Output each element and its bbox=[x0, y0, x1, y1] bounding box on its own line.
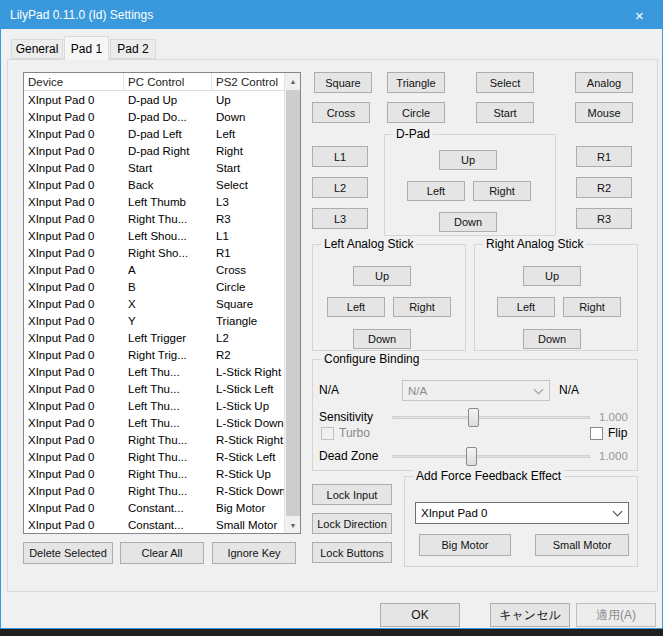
binding-cell: L3 bbox=[212, 196, 284, 208]
right-stick-left-button[interactable]: Left bbox=[497, 297, 555, 317]
binding-row[interactable]: XInput Pad 0D-pad UpUp bbox=[24, 91, 284, 108]
square-button[interactable]: Square bbox=[314, 72, 372, 93]
left-stick-right-button[interactable]: Right bbox=[393, 297, 451, 317]
circle-button[interactable]: Circle bbox=[387, 102, 445, 123]
analog-button[interactable]: Analog bbox=[575, 72, 633, 93]
binding-cell: R-Stick Left bbox=[212, 451, 284, 463]
binding-row[interactable]: XInput Pad 0Constant...Big Motor bbox=[24, 499, 284, 516]
lock-buttons-button[interactable]: Lock Buttons bbox=[312, 542, 392, 563]
left-analog-stick-title: Left Analog Stick bbox=[321, 237, 416, 251]
column-header-ps2-control[interactable]: PS2 Control bbox=[212, 73, 284, 91]
mouse-button[interactable]: Mouse bbox=[575, 102, 633, 123]
scroll-down-icon[interactable]: ▼ bbox=[285, 517, 301, 533]
cross-button[interactable]: Cross bbox=[312, 102, 370, 123]
binding-cell: Right Thu... bbox=[124, 451, 212, 463]
binding-row[interactable]: XInput Pad 0Right Thu...R-Stick Right bbox=[24, 431, 284, 448]
cancel-button[interactable]: キャンセル bbox=[490, 603, 570, 627]
close-button[interactable]: × bbox=[617, 1, 662, 29]
sensitivity-slider-thumb[interactable] bbox=[468, 408, 479, 427]
start-button[interactable]: Start bbox=[476, 102, 534, 123]
binding-row[interactable]: XInput Pad 0Left TriggerL2 bbox=[24, 329, 284, 346]
dead-zone-slider-thumb[interactable] bbox=[466, 447, 477, 466]
scrollbar-thumb[interactable] bbox=[286, 90, 300, 516]
delete-selected-button[interactable]: Delete Selected bbox=[23, 542, 113, 564]
flip-checkbox-box[interactable] bbox=[590, 427, 603, 440]
sensitivity-slider-track bbox=[392, 416, 590, 419]
binding-row[interactable]: XInput Pad 0Right Thu...R-Stick Left bbox=[24, 448, 284, 465]
lock-input-button[interactable]: Lock Input bbox=[312, 484, 392, 505]
binding-row[interactable]: XInput Pad 0Right Trig...R2 bbox=[24, 346, 284, 363]
tab-general-label: General bbox=[16, 42, 59, 56]
binding-row[interactable]: XInput Pad 0XSquare bbox=[24, 295, 284, 312]
binding-row[interactable]: XInput Pad 0Right Thu...R-Stick Up bbox=[24, 465, 284, 482]
left-stick-down-button[interactable]: Down bbox=[353, 329, 411, 349]
right-stick-down-button[interactable]: Down bbox=[523, 329, 581, 349]
binding-row[interactable]: XInput Pad 0ACross bbox=[24, 261, 284, 278]
dead-zone-slider[interactable] bbox=[392, 447, 590, 467]
binding-row[interactable]: XInput Pad 0BCircle bbox=[24, 278, 284, 295]
binding-row[interactable]: XInput Pad 0D-pad RightRight bbox=[24, 142, 284, 159]
r3-button[interactable]: R3 bbox=[576, 208, 632, 229]
dpad-down-button[interactable]: Down bbox=[439, 212, 497, 232]
flip-checkbox[interactable]: Flip bbox=[590, 426, 627, 440]
lock-direction-button[interactable]: Lock Direction bbox=[312, 513, 392, 534]
binding-cell: Right Sho... bbox=[124, 247, 212, 259]
r2-button[interactable]: R2 bbox=[576, 177, 632, 198]
binding-row[interactable]: XInput Pad 0BackSelect bbox=[24, 176, 284, 193]
binding-cell: L2 bbox=[212, 332, 284, 344]
left-stick-up-button[interactable]: Up bbox=[353, 266, 411, 286]
binding-row[interactable]: XInput Pad 0Left Shou...L1 bbox=[24, 227, 284, 244]
binding-cell: XInput Pad 0 bbox=[24, 298, 124, 310]
binding-row[interactable]: XInput Pad 0StartStart bbox=[24, 159, 284, 176]
binding-cell: Right Thu... bbox=[124, 468, 212, 480]
small-motor-button[interactable]: Small Motor bbox=[535, 534, 629, 556]
binding-row[interactable]: XInput Pad 0Left Thu...L-Stick Right bbox=[24, 363, 284, 380]
binding-row[interactable]: XInput Pad 0Right Thu...R3 bbox=[24, 210, 284, 227]
ok-button[interactable]: OK bbox=[380, 603, 460, 627]
binding-cell: Constant... bbox=[124, 502, 212, 514]
scroll-up-icon[interactable]: ▲ bbox=[285, 73, 301, 89]
l1-button[interactable]: L1 bbox=[312, 146, 368, 167]
list-scrollbar[interactable]: ▲ ▼ bbox=[284, 73, 300, 533]
ignore-key-button[interactable]: Ignore Key bbox=[212, 542, 296, 564]
right-stick-up-button[interactable]: Up bbox=[523, 266, 581, 286]
tab-pad2[interactable]: Pad 2 bbox=[110, 39, 156, 59]
sensitivity-slider[interactable] bbox=[392, 408, 590, 428]
l2-button[interactable]: L2 bbox=[312, 177, 368, 198]
binding-row[interactable]: XInput Pad 0D-pad Do...Down bbox=[24, 108, 284, 125]
binding-row[interactable]: XInput Pad 0Right Thu...R-Stick Down bbox=[24, 482, 284, 499]
titlebar[interactable]: LilyPad 0.11.0 (Id) Settings × bbox=[1, 1, 662, 29]
binding-cell: XInput Pad 0 bbox=[24, 247, 124, 259]
binding-row[interactable]: XInput Pad 0YTriangle bbox=[24, 312, 284, 329]
tab-pad1[interactable]: Pad 1 bbox=[64, 36, 109, 60]
binding-row[interactable]: XInput Pad 0Constant...Small Motor bbox=[24, 516, 284, 533]
r1-button[interactable]: R1 bbox=[576, 146, 632, 167]
apply-button: 適用(A) bbox=[576, 603, 656, 627]
big-motor-button[interactable]: Big Motor bbox=[419, 534, 511, 556]
binding-row[interactable]: XInput Pad 0Left Thu...L-Stick Down bbox=[24, 414, 284, 431]
triangle-button[interactable]: Triangle bbox=[387, 72, 445, 93]
binding-row[interactable]: XInput Pad 0D-pad LeftLeft bbox=[24, 125, 284, 142]
dpad-right-button[interactable]: Right bbox=[473, 181, 531, 201]
dpad-group: D-Pad Up Left Right Down bbox=[384, 134, 556, 236]
select-button[interactable]: Select bbox=[476, 72, 534, 93]
binding-row[interactable]: XInput Pad 0Right Sho...R1 bbox=[24, 244, 284, 261]
clear-all-button[interactable]: Clear All bbox=[120, 542, 204, 564]
binding-cell: Constant... bbox=[124, 519, 212, 531]
binding-row[interactable]: XInput Pad 0Left Thu...L-Stick Up bbox=[24, 397, 284, 414]
bindings-list[interactable]: Device PC Control PS2 Control XInput Pad… bbox=[23, 72, 301, 534]
binding-cell: XInput Pad 0 bbox=[24, 230, 124, 242]
chevron-down-icon bbox=[613, 507, 623, 517]
dpad-left-button[interactable]: Left bbox=[407, 181, 465, 201]
right-stick-right-button[interactable]: Right bbox=[563, 297, 621, 317]
left-stick-left-button[interactable]: Left bbox=[327, 297, 385, 317]
column-header-device[interactable]: Device bbox=[24, 73, 124, 91]
l3-button[interactable]: L3 bbox=[312, 208, 368, 229]
binding-row[interactable]: XInput Pad 0Left ThumbL3 bbox=[24, 193, 284, 210]
column-header-pc-control[interactable]: PC Control bbox=[124, 73, 212, 91]
force-feedback-device-combo[interactable]: XInput Pad 0 bbox=[415, 502, 629, 524]
tab-general[interactable]: General bbox=[11, 39, 63, 59]
dpad-up-button[interactable]: Up bbox=[439, 150, 497, 170]
force-feedback-group: Add Force Feedback Effect XInput Pad 0 B… bbox=[404, 476, 638, 567]
binding-row[interactable]: XInput Pad 0Left Thu...L-Stick Left bbox=[24, 380, 284, 397]
